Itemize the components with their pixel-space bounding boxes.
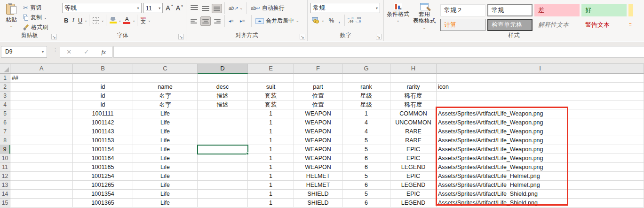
cell-D8[interactable] [198, 136, 248, 145]
cell-D5[interactable] [198, 109, 248, 118]
align-middle-button[interactable] [200, 4, 211, 13]
cell-F14[interactable]: SHIELD [294, 190, 342, 199]
cell-H3[interactable]: 稀有度 [390, 92, 437, 100]
cell-A3[interactable] [10, 92, 73, 100]
insert-function-button[interactable]: fx [101, 48, 105, 56]
decrease-font-size-button[interactable]: A [173, 4, 183, 12]
column-header-B[interactable]: B [73, 64, 133, 74]
cell-F9[interactable]: WEAPON [294, 145, 342, 154]
select-all-corner[interactable] [0, 64, 10, 74]
cell-B4[interactable]: id [73, 100, 133, 109]
cell-E14[interactable]: 1 [248, 190, 294, 199]
cell-C3[interactable]: 名字 [133, 92, 198, 100]
cut-button[interactable]: ✂ 剪切 [22, 3, 49, 12]
cell-B14[interactable]: 1001354 [73, 190, 133, 199]
cell-A8[interactable] [10, 136, 73, 145]
cell-B1[interactable] [73, 74, 133, 83]
cell-E5[interactable]: 1 [248, 109, 294, 118]
row-header-6[interactable]: 6 [0, 118, 10, 127]
cell-G4[interactable]: 星级 [342, 100, 390, 109]
cell-H11[interactable]: LEGEND [390, 163, 437, 172]
cell-C1[interactable] [133, 74, 198, 83]
cell-G8[interactable]: 5 [342, 136, 390, 145]
cell-D13[interactable] [198, 181, 248, 190]
row-header-4[interactable]: 4 [0, 100, 10, 109]
column-header-C[interactable]: C [133, 64, 198, 74]
formula-bar-grip[interactable]: ⋮ [53, 48, 58, 52]
increase-indent-button[interactable]: ▸≡ [239, 16, 249, 26]
cell-G2[interactable]: rank [342, 83, 390, 92]
cell-C11[interactable]: Life [133, 163, 198, 172]
cell-B2[interactable]: id [73, 83, 133, 92]
cell-A9[interactable] [10, 145, 73, 154]
cell-H6[interactable]: UNCOMMON [390, 118, 437, 127]
cell-I3[interactable] [437, 92, 644, 100]
cell-C4[interactable]: 名字 [133, 100, 198, 109]
row-header-2[interactable]: 2 [0, 83, 10, 92]
row-header-3[interactable]: 3 [0, 92, 10, 100]
font-color-dropdown[interactable]: ⌄ [132, 18, 135, 23]
cell-D10[interactable] [198, 154, 248, 163]
formula-input[interactable] [113, 46, 644, 58]
column-header-F[interactable]: F [294, 64, 342, 74]
column-header-A[interactable]: A [10, 64, 73, 74]
row-header-8[interactable]: 8 [0, 136, 10, 145]
row-header-7[interactable]: 7 [0, 127, 10, 136]
style-good[interactable]: 好 [581, 4, 627, 16]
row-header-14[interactable]: 14 [0, 190, 10, 199]
cell-C2[interactable]: name [133, 83, 198, 92]
cell-H12[interactable]: EPIC [390, 172, 437, 181]
increase-font-size-button[interactable]: A [163, 4, 173, 12]
cell-A14[interactable] [10, 190, 73, 199]
align-right-button[interactable] [212, 16, 222, 26]
cell-E13[interactable]: 1 [248, 181, 294, 190]
cell-D14[interactable] [198, 190, 248, 199]
cell-F6[interactable]: WEAPON [294, 118, 342, 127]
cell-C6[interactable]: Life [133, 118, 198, 127]
row-header-12[interactable]: 12 [0, 172, 10, 181]
cell-E15[interactable]: 1 [248, 199, 294, 208]
cell-B12[interactable]: 1001254 [73, 172, 133, 181]
conditional-formatting-button[interactable]: ≠ 条件格式 ⌄ [385, 2, 411, 31]
cell-A10[interactable] [10, 154, 73, 163]
align-left-button[interactable] [189, 16, 199, 26]
cell-B15[interactable]: 1001365 [73, 199, 133, 208]
format-painter-button[interactable]: 格式刷 [22, 23, 49, 32]
cell-H10[interactable]: EPIC [390, 154, 437, 163]
cell-F1[interactable] [294, 74, 342, 83]
style-check-cell[interactable]: 检查单元格 [487, 19, 533, 31]
cell-E4[interactable]: 套装 [248, 100, 294, 109]
clipboard-dialog-launcher[interactable]: ↘ [51, 34, 57, 39]
cell-F11[interactable]: WEAPON [294, 163, 342, 172]
cell-E12[interactable]: 1 [248, 172, 294, 181]
font-name-combobox[interactable]: 等线 ▾ [62, 3, 142, 13]
number-dialog-launcher[interactable]: ↘ [376, 34, 382, 39]
cell-I1[interactable] [437, 74, 644, 83]
borders-button[interactable] [91, 16, 101, 24]
underline-dropdown[interactable]: ⌄ [84, 18, 87, 23]
cell-E9[interactable]: 1 [248, 145, 294, 154]
align-top-button[interactable] [189, 4, 199, 13]
borders-dropdown[interactable]: ⌄ [101, 18, 104, 23]
cell-D12[interactable] [198, 172, 248, 181]
cell-D6[interactable] [198, 118, 248, 127]
cell-A4[interactable] [10, 100, 73, 109]
enter-button[interactable]: ✓ [84, 48, 89, 55]
cell-H7[interactable]: RARE [390, 127, 437, 136]
row-header-9[interactable]: 9 [0, 145, 10, 154]
cell-A1[interactable]: ## [10, 74, 73, 83]
row-header-1[interactable]: 1 [0, 74, 10, 83]
align-center-button[interactable] [200, 16, 211, 26]
cell-B8[interactable]: 1001153 [73, 136, 133, 145]
cell-B6[interactable]: 1001142 [73, 118, 133, 127]
cell-I2[interactable]: icon [437, 83, 644, 92]
cell-H1[interactable] [390, 74, 437, 83]
cell-C9[interactable]: Life [133, 145, 198, 154]
cell-D3[interactable]: 描述 [198, 92, 248, 100]
cell-A6[interactable] [10, 118, 73, 127]
cell-E1[interactable] [248, 74, 294, 83]
cell-A5[interactable] [10, 109, 73, 118]
cell-B10[interactable]: 1001164 [73, 154, 133, 163]
cell-A2[interactable] [10, 83, 73, 92]
cell-G9[interactable]: 5 [342, 145, 390, 154]
